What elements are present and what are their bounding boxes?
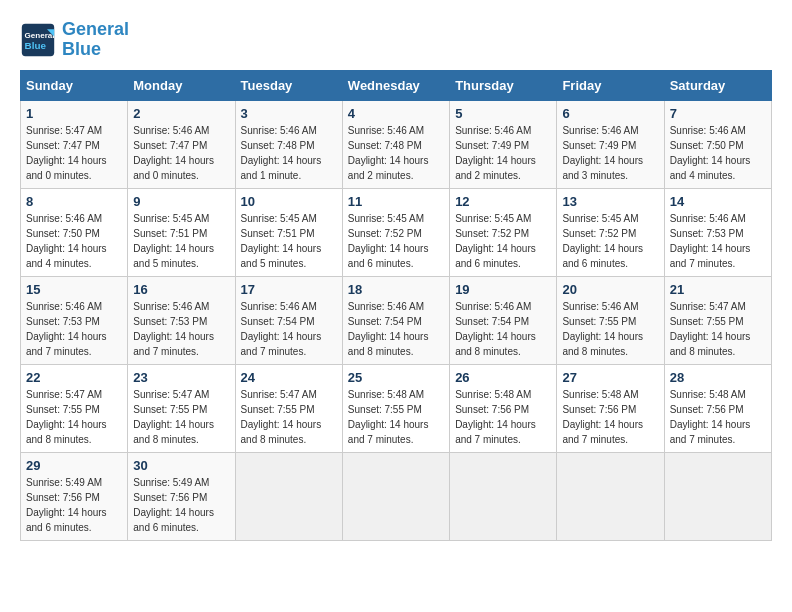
day-header-saturday: Saturday xyxy=(664,70,771,100)
day-info: Sunrise: 5:45 AM Sunset: 7:51 PM Dayligh… xyxy=(133,211,229,271)
sunset: Sunset: 7:52 PM xyxy=(562,228,636,239)
sunset: Sunset: 7:48 PM xyxy=(348,140,422,151)
calendar-cell: 10 Sunrise: 5:45 AM Sunset: 7:51 PM Dayl… xyxy=(235,188,342,276)
day-info: Sunrise: 5:46 AM Sunset: 7:55 PM Dayligh… xyxy=(562,299,658,359)
daylight: Daylight: 14 hours and 7 minutes. xyxy=(562,419,643,445)
sunrise: Sunrise: 5:46 AM xyxy=(348,301,424,312)
calendar-cell: 27 Sunrise: 5:48 AM Sunset: 7:56 PM Dayl… xyxy=(557,364,664,452)
sunset: Sunset: 7:53 PM xyxy=(670,228,744,239)
day-number: 2 xyxy=(133,106,229,121)
calendar-cell: 2 Sunrise: 5:46 AM Sunset: 7:47 PM Dayli… xyxy=(128,100,235,188)
sunrise: Sunrise: 5:47 AM xyxy=(26,389,102,400)
day-info: Sunrise: 5:47 AM Sunset: 7:55 PM Dayligh… xyxy=(26,387,122,447)
day-number: 18 xyxy=(348,282,444,297)
sunrise: Sunrise: 5:49 AM xyxy=(133,477,209,488)
calendar-cell: 17 Sunrise: 5:46 AM Sunset: 7:54 PM Dayl… xyxy=(235,276,342,364)
daylight: Daylight: 14 hours and 5 minutes. xyxy=(241,243,322,269)
day-number: 24 xyxy=(241,370,337,385)
day-number: 10 xyxy=(241,194,337,209)
sunrise: Sunrise: 5:45 AM xyxy=(455,213,531,224)
day-number: 6 xyxy=(562,106,658,121)
day-number: 4 xyxy=(348,106,444,121)
day-number: 11 xyxy=(348,194,444,209)
day-number: 13 xyxy=(562,194,658,209)
day-info: Sunrise: 5:45 AM Sunset: 7:52 PM Dayligh… xyxy=(562,211,658,271)
sunset: Sunset: 7:47 PM xyxy=(26,140,100,151)
day-number: 19 xyxy=(455,282,551,297)
day-info: Sunrise: 5:46 AM Sunset: 7:54 PM Dayligh… xyxy=(455,299,551,359)
calendar-cell: 30 Sunrise: 5:49 AM Sunset: 7:56 PM Dayl… xyxy=(128,452,235,540)
logo: General Blue General Blue xyxy=(20,20,129,60)
sunrise: Sunrise: 5:48 AM xyxy=(562,389,638,400)
day-header-sunday: Sunday xyxy=(21,70,128,100)
daylight: Daylight: 14 hours and 1 minute. xyxy=(241,155,322,181)
calendar-cell: 7 Sunrise: 5:46 AM Sunset: 7:50 PM Dayli… xyxy=(664,100,771,188)
calendar-header: SundayMondayTuesdayWednesdayThursdayFrid… xyxy=(21,70,772,100)
daylight: Daylight: 14 hours and 6 minutes. xyxy=(26,507,107,533)
day-info: Sunrise: 5:47 AM Sunset: 7:55 PM Dayligh… xyxy=(241,387,337,447)
daylight: Daylight: 14 hours and 8 minutes. xyxy=(26,419,107,445)
calendar-cell xyxy=(450,452,557,540)
daylight: Daylight: 14 hours and 8 minutes. xyxy=(348,331,429,357)
daylight: Daylight: 14 hours and 7 minutes. xyxy=(670,419,751,445)
day-number: 5 xyxy=(455,106,551,121)
daylight: Daylight: 14 hours and 7 minutes. xyxy=(133,331,214,357)
sunrise: Sunrise: 5:47 AM xyxy=(133,389,209,400)
calendar-cell: 21 Sunrise: 5:47 AM Sunset: 7:55 PM Dayl… xyxy=(664,276,771,364)
daylight: Daylight: 14 hours and 6 minutes. xyxy=(348,243,429,269)
sunset: Sunset: 7:52 PM xyxy=(455,228,529,239)
daylight: Daylight: 14 hours and 3 minutes. xyxy=(562,155,643,181)
day-info: Sunrise: 5:46 AM Sunset: 7:50 PM Dayligh… xyxy=(26,211,122,271)
sunset: Sunset: 7:55 PM xyxy=(670,316,744,327)
daylight: Daylight: 14 hours and 7 minutes. xyxy=(670,243,751,269)
day-info: Sunrise: 5:48 AM Sunset: 7:56 PM Dayligh… xyxy=(670,387,766,447)
sunset: Sunset: 7:54 PM xyxy=(241,316,315,327)
day-info: Sunrise: 5:45 AM Sunset: 7:52 PM Dayligh… xyxy=(455,211,551,271)
day-info: Sunrise: 5:46 AM Sunset: 7:49 PM Dayligh… xyxy=(455,123,551,183)
day-info: Sunrise: 5:48 AM Sunset: 7:56 PM Dayligh… xyxy=(455,387,551,447)
day-number: 20 xyxy=(562,282,658,297)
sunset: Sunset: 7:55 PM xyxy=(241,404,315,415)
day-info: Sunrise: 5:46 AM Sunset: 7:47 PM Dayligh… xyxy=(133,123,229,183)
calendar-week-3: 15 Sunrise: 5:46 AM Sunset: 7:53 PM Dayl… xyxy=(21,276,772,364)
logo-icon: General Blue xyxy=(20,22,56,58)
day-info: Sunrise: 5:46 AM Sunset: 7:53 PM Dayligh… xyxy=(670,211,766,271)
sunset: Sunset: 7:49 PM xyxy=(562,140,636,151)
sunrise: Sunrise: 5:48 AM xyxy=(348,389,424,400)
daylight: Daylight: 14 hours and 8 minutes. xyxy=(241,419,322,445)
sunrise: Sunrise: 5:45 AM xyxy=(133,213,209,224)
daylight: Daylight: 14 hours and 8 minutes. xyxy=(562,331,643,357)
sunrise: Sunrise: 5:46 AM xyxy=(670,213,746,224)
calendar-week-4: 22 Sunrise: 5:47 AM Sunset: 7:55 PM Dayl… xyxy=(21,364,772,452)
daylight: Daylight: 14 hours and 7 minutes. xyxy=(348,419,429,445)
day-info: Sunrise: 5:47 AM Sunset: 7:55 PM Dayligh… xyxy=(670,299,766,359)
sunset: Sunset: 7:51 PM xyxy=(241,228,315,239)
day-number: 25 xyxy=(348,370,444,385)
day-info: Sunrise: 5:48 AM Sunset: 7:56 PM Dayligh… xyxy=(562,387,658,447)
day-number: 28 xyxy=(670,370,766,385)
calendar-table: SundayMondayTuesdayWednesdayThursdayFrid… xyxy=(20,70,772,541)
day-number: 23 xyxy=(133,370,229,385)
daylight: Daylight: 14 hours and 4 minutes. xyxy=(670,155,751,181)
day-info: Sunrise: 5:46 AM Sunset: 7:53 PM Dayligh… xyxy=(133,299,229,359)
sunrise: Sunrise: 5:46 AM xyxy=(241,301,317,312)
header: General Blue General Blue xyxy=(20,20,772,60)
day-number: 12 xyxy=(455,194,551,209)
daylight: Daylight: 14 hours and 7 minutes. xyxy=(241,331,322,357)
calendar-cell: 15 Sunrise: 5:46 AM Sunset: 7:53 PM Dayl… xyxy=(21,276,128,364)
sunset: Sunset: 7:47 PM xyxy=(133,140,207,151)
calendar-cell: 6 Sunrise: 5:46 AM Sunset: 7:49 PM Dayli… xyxy=(557,100,664,188)
sunrise: Sunrise: 5:46 AM xyxy=(455,125,531,136)
calendar-cell: 18 Sunrise: 5:46 AM Sunset: 7:54 PM Dayl… xyxy=(342,276,449,364)
svg-text:Blue: Blue xyxy=(25,40,47,51)
sunset: Sunset: 7:53 PM xyxy=(133,316,207,327)
sunrise: Sunrise: 5:45 AM xyxy=(241,213,317,224)
day-info: Sunrise: 5:46 AM Sunset: 7:54 PM Dayligh… xyxy=(348,299,444,359)
sunrise: Sunrise: 5:48 AM xyxy=(455,389,531,400)
sunset: Sunset: 7:56 PM xyxy=(562,404,636,415)
sunrise: Sunrise: 5:46 AM xyxy=(562,125,638,136)
sunrise: Sunrise: 5:46 AM xyxy=(670,125,746,136)
day-number: 16 xyxy=(133,282,229,297)
calendar-cell: 28 Sunrise: 5:48 AM Sunset: 7:56 PM Dayl… xyxy=(664,364,771,452)
sunrise: Sunrise: 5:46 AM xyxy=(348,125,424,136)
